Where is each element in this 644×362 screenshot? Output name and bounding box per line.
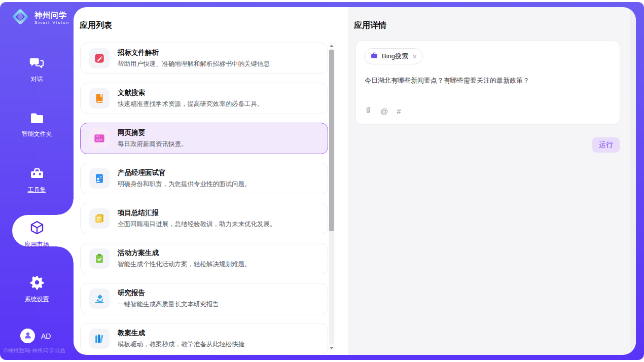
app-detail-panel: 应用详情 Bing搜索 × 今日湖北有哪些新闻要点？有哪些需要关注的最新政策？ [348,7,636,355]
paperclip-icon[interactable] [365,106,372,117]
app-card-project-summary[interactable]: 项目总结汇报 全面回顾项目进展，总结经验教训，助力未来优化发展。 [80,203,328,234]
svg-text:</>: </> [96,138,102,142]
briefcase-icon [370,52,378,61]
app-card-literature-search[interactable]: 文献搜索 快速精准查找学术资源，提高研究效率的必备工具。 [80,83,328,114]
brand-name: 神州问学 [34,11,69,19]
triangle-down-icon [330,347,334,349]
app-card-title: 教案生成 [118,329,244,338]
document-edit-icon [89,48,110,68]
scrollbar-thumb[interactable] [329,50,334,231]
at-icon[interactable]: @ [380,107,388,115]
app-card-description: 全面回顾项目进展，总结经验教训，助力未来优化发展。 [118,220,276,229]
app-card-title: 网页摘要 [118,128,188,137]
microscope-icon [89,288,110,309]
close-icon[interactable]: × [412,53,417,60]
app-card-description: 模板驱动，教案秒成，教学准备从此轻松快捷 [118,340,244,349]
app-list-panel: 应用列表 招标文件解析 帮助用户快速、准确地理解和解析招标书中的关键信息 [74,7,348,355]
books-icon [89,329,110,349]
user-account[interactable]: AD [20,329,51,343]
avatar [20,329,35,343]
hash-icon[interactable]: # [397,107,401,115]
sidebar-item-chat[interactable]: 对话 [0,56,74,84]
gear-icon [29,275,45,292]
copyright-text: ©神州数码·神州问学出品 [4,347,65,354]
tool-tag-bing-search[interactable]: Bing搜索 × [364,48,423,64]
note-icon [89,208,110,229]
app-card-title: 研究报告 [118,288,219,298]
scrollbar-down-button[interactable] [329,345,335,351]
sidebar-item-label: 应用市场 [25,240,49,249]
brand-logo: 神州问学 Smart Vision [10,7,69,29]
detail-scrollbar-track[interactable] [630,7,636,355]
app-card-title: 产品经理面试官 [118,168,251,177]
app-detail-title: 应用详情 [354,20,386,31]
app-card-description: 智能生成个性化活动方案，轻松解决规划难题。 [118,260,251,269]
chat-icon [29,56,45,71]
scrollbar-up-button[interactable] [329,43,335,49]
app-list-title: 应用列表 [80,20,112,31]
app-list-scrollbar [329,43,335,351]
user-initials: AD [41,332,51,340]
query-text-input[interactable]: 今日湖北有哪些新闻要点？有哪些需要关注的最新政策？ [365,76,608,86]
toolbox-icon [29,166,45,182]
brand-diamond-icon [10,7,30,29]
app-card-title: 活动方案生成 [118,248,251,258]
app-card-description: 每日政府新闻资讯快查。 [118,140,188,149]
book-icon [89,88,110,108]
app-card-title: 招标文件解析 [118,48,270,57]
cube-icon [29,220,45,237]
tool-tag-label: Bing搜索 [382,52,408,61]
run-button[interactable]: 运行 [592,137,620,153]
app-card-description: 帮助用户快速、准确地理解和解析招标书中的关键信息 [118,60,270,68]
sidebar-item-label: 工具集 [28,186,46,194]
app-card-title: 项目总结汇报 [118,208,276,218]
folder-icon [29,112,45,126]
app-card-pm-interviewer[interactable]: 产品经理面试官 明确身份和职责，为您提供专业性的面试问题。 [80,163,328,194]
app-card-web-summary[interactable]: </> 网页摘要 每日政府新闻资讯快查。 [80,123,328,154]
sidebar-item-system-settings[interactable]: 系统设置 [0,275,74,304]
composer-card: Bing搜索 × 今日湖北有哪些新闻要点？有哪些需要关注的最新政策？ @ # [355,41,620,125]
main-content: 应用列表 招标文件解析 帮助用户快速、准确地理解和解析招标书中的关键信息 [74,7,636,355]
app-card-description: 一键智能生成高质量长文本研究报告 [118,300,219,309]
brand-subtitle: Smart Vision [34,21,69,25]
sidebar-item-label: 对话 [31,75,43,84]
app-card-event-plan[interactable]: 活动方案生成 智能生成个性化活动方案，轻松解决规划难题。 [80,243,328,274]
app-card-lesson-plan[interactable]: 教案生成 模板驱动，教案秒成，教学准备从此轻松快捷 [80,323,328,354]
app-card-description: 明确身份和职责，为您提供专业性的面试问题。 [118,180,251,189]
app-card-research-report[interactable]: 研究报告 一键智能生成高质量长文本研究报告 [80,283,328,314]
interviewer-document-icon [89,168,110,189]
sidebar-item-label: 系统设置 [25,295,49,304]
app-card-description: 快速精准查找学术资源，提高研究效率的必备工具。 [118,100,264,108]
composer-toolbar: @ # [365,106,401,117]
app-card-bid-document-parsing[interactable]: 招标文件解析 帮助用户快速、准确地理解和解析招标书中的关键信息 [80,43,328,74]
notch-fillet-top [57,199,74,215]
clipboard-check-icon [89,248,110,269]
user-icon [23,331,32,341]
triangle-up-icon [330,45,334,47]
sidebar-item-smart-folders[interactable]: 智能文件夹 [0,112,74,138]
sidebar-item-app-market[interactable]: 应用市场 [0,220,74,249]
browser-code-icon: </> [89,128,110,149]
app-card-title: 文献搜索 [118,88,264,97]
sidebar-item-label: 智能文件夹 [22,130,52,138]
sidebar-item-toolset[interactable]: 工具集 [0,166,74,194]
